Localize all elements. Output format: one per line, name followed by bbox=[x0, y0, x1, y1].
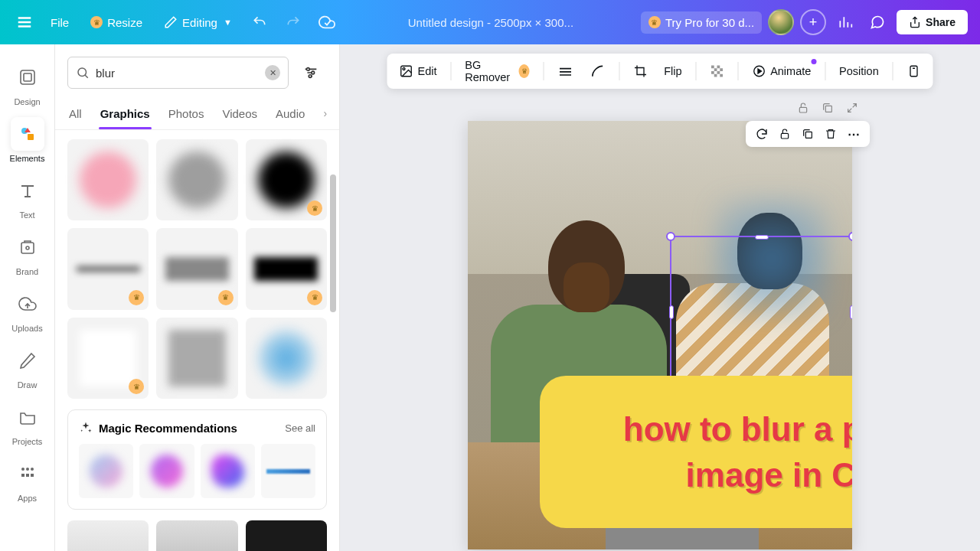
tab-graphics[interactable]: Graphics bbox=[99, 101, 152, 129]
element-thumb[interactable] bbox=[156, 318, 237, 399]
element-thumb[interactable] bbox=[67, 228, 149, 309]
svg-rect-9 bbox=[21, 474, 24, 477]
magic-thumb[interactable] bbox=[139, 444, 194, 498]
top-bar: File Resize Editing ▼ Untitled design - … bbox=[0, 0, 980, 44]
design-canvas[interactable]: ⟲ how to blur a part of an image in Canv… bbox=[468, 121, 852, 549]
element-thumb[interactable] bbox=[246, 228, 327, 309]
trash-icon[interactable] bbox=[824, 127, 838, 141]
element-thumb[interactable] bbox=[67, 139, 149, 220]
svg-rect-21 bbox=[711, 71, 714, 74]
rail-draw[interactable]: Draw bbox=[0, 338, 55, 395]
position-button[interactable]: Position bbox=[836, 62, 882, 80]
redo-button[interactable] bbox=[279, 8, 307, 36]
search-input[interactable] bbox=[96, 67, 259, 80]
info-icon[interactable] bbox=[903, 61, 923, 81]
search-box[interactable]: ✕ bbox=[67, 57, 289, 89]
svg-rect-29 bbox=[825, 106, 831, 112]
rail-apps[interactable]: Apps bbox=[0, 452, 55, 508]
crown-icon bbox=[90, 16, 103, 28]
lock-icon[interactable] bbox=[796, 101, 810, 115]
element-thumb[interactable] bbox=[67, 520, 149, 551]
sync-icon[interactable] bbox=[755, 127, 769, 141]
file-menu[interactable]: File bbox=[43, 11, 77, 34]
element-thumb[interactable] bbox=[246, 318, 327, 399]
resize-edge[interactable] bbox=[669, 305, 674, 319]
resize-edge[interactable] bbox=[755, 235, 769, 240]
lock-icon[interactable] bbox=[778, 127, 792, 141]
svg-point-12 bbox=[78, 68, 87, 77]
transparency-icon[interactable] bbox=[707, 61, 727, 81]
svg-rect-30 bbox=[781, 133, 788, 139]
corner-rounding-icon[interactable] bbox=[586, 60, 608, 82]
see-all-link[interactable]: See all bbox=[285, 422, 315, 434]
rail-brand[interactable]: Brand bbox=[0, 225, 55, 282]
undo-button[interactable] bbox=[246, 8, 273, 36]
svg-rect-23 bbox=[714, 74, 717, 77]
crown-icon bbox=[129, 290, 144, 305]
svg-rect-1 bbox=[24, 73, 31, 81]
comment-icon[interactable] bbox=[864, 9, 890, 35]
tabs-scroll-right[interactable]: › bbox=[322, 101, 328, 129]
side-rail: Design Elements Text Brand Uploads Draw … bbox=[0, 44, 55, 551]
tab-audio[interactable]: Audio bbox=[274, 101, 306, 129]
user-avatar[interactable] bbox=[768, 9, 794, 35]
rail-design[interactable]: Design bbox=[0, 55, 55, 112]
svg-rect-24 bbox=[720, 68, 723, 71]
edit-image-button[interactable]: Edit bbox=[397, 61, 440, 81]
resize-handle[interactable] bbox=[666, 232, 675, 241]
svg-rect-18 bbox=[711, 66, 714, 69]
crown-icon bbox=[648, 16, 661, 28]
page-mini-controls bbox=[796, 101, 859, 115]
element-thumb[interactable] bbox=[67, 318, 149, 399]
rail-projects[interactable]: Projects bbox=[0, 395, 55, 452]
tab-photos[interactable]: Photos bbox=[167, 101, 206, 129]
resize-button[interactable]: Resize bbox=[83, 11, 150, 34]
element-thumb[interactable] bbox=[156, 139, 237, 220]
duplicate-page-icon[interactable] bbox=[821, 101, 835, 115]
more-icon[interactable]: ⋯ bbox=[847, 127, 861, 141]
element-thumb[interactable] bbox=[246, 139, 327, 220]
svg-rect-11 bbox=[31, 474, 34, 477]
rail-text[interactable]: Text bbox=[0, 168, 55, 225]
crown-icon bbox=[218, 290, 234, 305]
rail-uploads[interactable]: Uploads bbox=[0, 282, 55, 338]
tab-videos[interactable]: Videos bbox=[220, 101, 259, 129]
crown-icon bbox=[129, 379, 144, 394]
element-thumb[interactable] bbox=[156, 520, 237, 551]
crop-button[interactable] bbox=[630, 61, 650, 81]
rail-elements[interactable]: Elements bbox=[0, 112, 55, 168]
context-toolbar: Edit BG Remover Flip Animate Position bbox=[387, 54, 933, 89]
cloud-sync-icon[interactable] bbox=[313, 8, 341, 36]
expand-icon[interactable] bbox=[845, 101, 859, 115]
magic-thumb[interactable] bbox=[201, 444, 255, 498]
magic-thumb[interactable] bbox=[261, 444, 315, 498]
insights-icon[interactable] bbox=[832, 9, 858, 35]
share-button[interactable]: Share bbox=[897, 10, 968, 34]
svg-point-6 bbox=[21, 468, 24, 471]
svg-point-5 bbox=[26, 246, 29, 249]
scrollbar[interactable] bbox=[330, 174, 336, 312]
svg-point-13 bbox=[307, 68, 310, 71]
line-style-icon[interactable] bbox=[554, 60, 576, 82]
hamburger-menu-icon[interactable] bbox=[12, 10, 37, 34]
filter-button[interactable] bbox=[295, 57, 327, 89]
resize-handle[interactable] bbox=[848, 232, 852, 241]
add-member-button[interactable]: + bbox=[800, 9, 826, 35]
document-title[interactable]: Untitled design - 2500px × 300... bbox=[347, 16, 635, 29]
animate-button[interactable]: Animate bbox=[749, 61, 814, 81]
bg-remover-button[interactable]: BG Remover bbox=[462, 56, 532, 86]
resize-edge[interactable] bbox=[850, 305, 852, 319]
category-tabs: All Graphics Photos Videos Audio › bbox=[55, 95, 339, 130]
copy-icon[interactable] bbox=[801, 127, 815, 141]
element-thumb[interactable] bbox=[156, 228, 237, 309]
editing-dropdown[interactable]: Editing ▼ bbox=[156, 11, 240, 34]
clear-search-icon[interactable]: ✕ bbox=[265, 65, 280, 80]
magic-thumb[interactable] bbox=[79, 444, 133, 498]
try-pro-button[interactable]: Try Pro for 30 d... bbox=[641, 11, 762, 34]
chevron-down-icon: ▼ bbox=[224, 18, 232, 27]
svg-point-8 bbox=[31, 468, 34, 471]
flip-button[interactable]: Flip bbox=[661, 62, 684, 80]
selection-box[interactable]: ⟲ bbox=[670, 236, 852, 389]
tab-all[interactable]: All bbox=[67, 101, 83, 129]
element-thumb[interactable] bbox=[246, 520, 327, 551]
